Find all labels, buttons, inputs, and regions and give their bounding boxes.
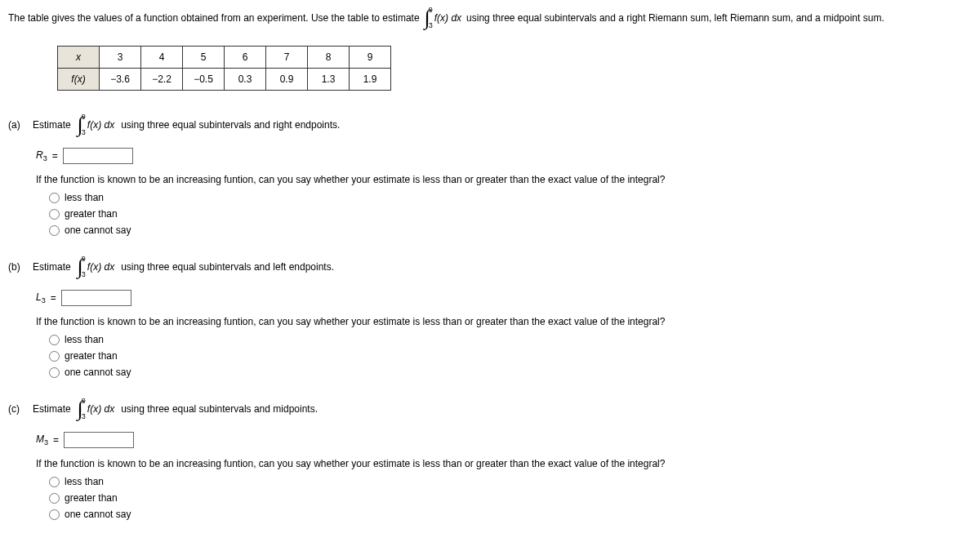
opt-label: one cannot say [65,224,131,236]
estimate-word: Estimate [33,403,71,415]
eq-sign: = [52,150,58,162]
estimate-word: Estimate [33,261,71,273]
radio-a-cannot[interactable] [49,225,60,236]
radio-c-less[interactable] [49,477,60,487]
integral-sign-icon: ∫ [78,256,83,278]
part-c-tail: using three equal subintervals and midpo… [121,403,318,415]
m3-symbol: M3 [36,433,48,447]
radio-c-cannot[interactable] [49,509,60,520]
part-b-tail: using three equal subintervals and left … [121,261,334,273]
table-cell: −0.5 [183,69,225,91]
integral-expr: ∫ 9 3 f(x) dx [78,256,114,278]
opt-label: less than [65,192,104,203]
table-head-fx: f(x) [58,69,100,91]
table-cell: 0.3 [225,69,266,91]
integral-expr: ∫ 9 3 f(x) dx [425,7,461,29]
integral-expr: ∫ 9 3 f(x) dx [78,398,114,420]
integral-sign-icon: ∫ [425,7,430,29]
part-c-label: (c) [8,403,28,415]
part-a-tail: using three equal subintervals and right… [121,119,340,131]
table-cell: 1.9 [350,69,391,91]
part-b: (b) Estimate ∫ 9 3 f(x) dx using three e… [8,256,972,378]
part-c: (c) Estimate ∫ 9 3 f(x) dx using three e… [8,398,972,520]
eq-sign: = [53,434,59,446]
radio-b-greater[interactable] [49,351,60,362]
r3-input[interactable] [63,148,133,164]
table-head-x: x [58,47,100,69]
part-a-options: less than greater than one cannot say [49,192,972,236]
opt-label: less than [65,334,104,345]
m3-input[interactable] [64,432,134,448]
table-cell: 1.3 [308,69,350,91]
opt-label: greater than [65,492,118,504]
opt-label: one cannot say [65,367,131,378]
intro-post: using three equal subintervals and a rig… [466,12,884,24]
intro-line: The table gives the values of a function… [8,7,972,29]
integral-sign-icon: ∫ [78,114,83,136]
part-a-question: If the function is known to be an increa… [36,174,972,185]
part-b-options: less than greater than one cannot say [49,334,972,378]
table-cell: −3.6 [100,69,141,91]
part-a-label: (a) [8,119,28,131]
estimate-word: Estimate [33,119,71,131]
table-cell: −2.2 [141,69,183,91]
part-c-question: If the function is known to be an increa… [36,458,972,469]
table-cell: 4 [141,47,183,69]
data-table: x 3 4 5 6 7 8 9 f(x) −3.6 −2.2 −0.5 0.3 … [57,46,391,91]
integral-sign-icon: ∫ [78,398,83,420]
radio-b-cannot[interactable] [49,367,60,378]
opt-label: greater than [65,208,118,220]
opt-label: less than [65,476,104,487]
radio-a-greater[interactable] [49,209,60,220]
radio-a-less[interactable] [49,193,60,203]
l3-input[interactable] [61,290,131,306]
table-cell: 8 [308,47,350,69]
table-cell: 9 [350,47,391,69]
table-cell: 0.9 [266,69,308,91]
part-b-question: If the function is known to be an increa… [36,316,972,327]
part-c-options: less than greater than one cannot say [49,476,972,520]
part-b-label: (b) [8,261,28,273]
r3-symbol: R3 [36,149,47,162]
radio-c-greater[interactable] [49,493,60,504]
l3-symbol: L3 [36,291,46,304]
table-cell: 5 [183,47,225,69]
radio-b-less[interactable] [49,335,60,345]
intro-pre: The table gives the values of a function… [8,12,420,24]
part-a: (a) Estimate ∫ 9 3 f(x) dx using three e… [8,113,972,236]
table-cell: 6 [225,47,266,69]
integral-expr: ∫ 9 3 f(x) dx [78,113,114,136]
integrand: f(x) dx [434,12,461,24]
table-cell: 3 [100,47,141,69]
opt-label: one cannot say [65,509,131,520]
opt-label: greater than [65,350,118,362]
table-cell: 7 [266,47,308,69]
eq-sign: = [51,292,56,304]
